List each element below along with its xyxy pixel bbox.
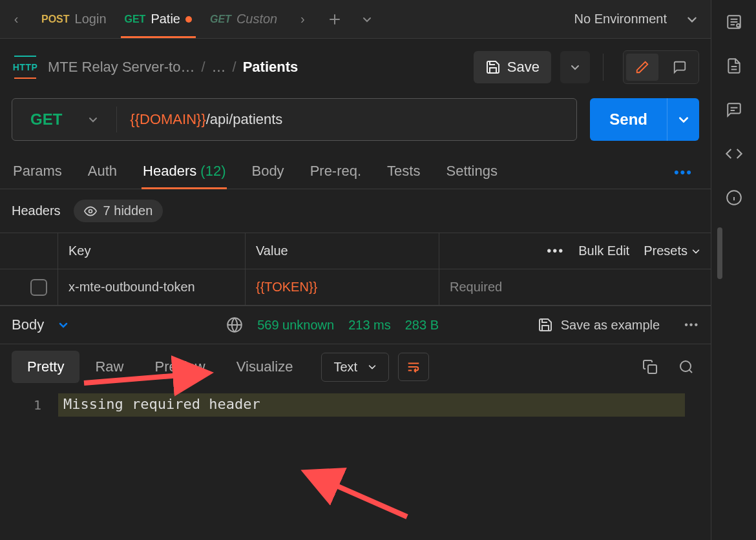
breadcrumb-sep: /: [201, 59, 205, 76]
tab-title: Patie: [151, 12, 180, 26]
comment-button[interactable]: [664, 54, 696, 81]
breadcrumb-current: Patients: [243, 59, 299, 76]
line-number: 1: [0, 393, 58, 417]
body-view-tabs: Pretty Raw Preview Visualize Text: [0, 344, 711, 389]
url-input[interactable]: {{DOMAIN}}/api/patients: [117, 111, 576, 128]
svg-line-5: [310, 474, 407, 517]
method-selector[interactable]: GET: [12, 110, 116, 129]
divider: [603, 54, 604, 81]
svg-point-7: [737, 24, 740, 27]
method-label: GET: [210, 14, 231, 25]
tab-prereq[interactable]: Pre-req.: [309, 156, 362, 189]
more-options-button[interactable]: •••: [674, 164, 699, 181]
save-example-label: Save as example: [561, 318, 660, 333]
method-label: GET: [125, 14, 146, 25]
header-key-input[interactable]: x-mte-outbound-token: [58, 269, 246, 305]
scrollbar[interactable]: [717, 227, 722, 279]
environment-selector[interactable]: No Environment: [562, 0, 711, 38]
url-variable: {{DOMAIN}}: [130, 111, 205, 127]
format-selector[interactable]: Text: [321, 353, 389, 382]
annotation-arrow-icon: [297, 465, 420, 523]
breadcrumb-sep: /: [233, 59, 236, 76]
url-row: GET {{DOMAIN}}/api/patients Send: [0, 89, 711, 150]
headers-subheader: Headers 7 hidden: [0, 189, 711, 233]
response-body-dropdown[interactable]: [58, 320, 68, 330]
tab-params[interactable]: Params: [12, 156, 63, 189]
body-tab-visualize[interactable]: Visualize: [221, 351, 309, 383]
response-text[interactable]: Missing required header: [58, 393, 685, 417]
save-button[interactable]: Save: [474, 51, 551, 83]
env-quicklook-icon[interactable]: [725, 13, 743, 31]
tabs-next-button[interactable]: ›: [286, 0, 319, 38]
send-dropdown[interactable]: [667, 98, 699, 141]
documentation-icon[interactable]: [725, 57, 743, 75]
row-options-button[interactable]: •••: [547, 244, 564, 258]
tab-auth[interactable]: Auth: [87, 156, 118, 189]
chevron-down-icon: [88, 114, 98, 125]
tab-settings[interactable]: Settings: [445, 156, 499, 189]
save-label: Save: [507, 59, 540, 76]
key-header: Key: [58, 233, 246, 269]
method-label: POST: [41, 14, 70, 25]
unsaved-dot-icon: [185, 16, 192, 23]
info-icon[interactable]: [725, 189, 743, 207]
url-path: /api/patients: [206, 111, 283, 127]
table-actions: ••• Bulk Edit Presets: [439, 233, 711, 269]
response-time: 213 ms: [348, 318, 391, 333]
svg-rect-2: [648, 365, 656, 373]
hidden-count: 7 hidden: [103, 203, 153, 218]
environment-label: No Environment: [574, 12, 667, 26]
tabs-menu-button[interactable]: [351, 0, 383, 38]
headers-count: (12): [200, 163, 226, 179]
tab-patients[interactable]: GET Patie: [116, 0, 201, 38]
tab-tests[interactable]: Tests: [386, 156, 421, 189]
breadcrumb-root: MTE Relay Server-to…: [48, 59, 194, 76]
save-as-example-button[interactable]: Save as example: [538, 317, 660, 333]
response-more-button[interactable]: •••: [684, 319, 699, 331]
breadcrumb[interactable]: MTE Relay Server-to… / … / Patients: [48, 59, 465, 76]
svg-point-0: [89, 209, 92, 213]
row-checkbox[interactable]: [30, 279, 47, 296]
row-checkbox-cell: [0, 269, 58, 305]
headers-title: Headers: [12, 203, 61, 218]
comments-icon[interactable]: [725, 101, 743, 119]
action-group: [623, 50, 699, 84]
tab-login[interactable]: POST Login: [32, 0, 116, 38]
response-body-label: Body: [12, 317, 44, 333]
tab-headers[interactable]: Headers (12): [142, 156, 227, 189]
edit-button[interactable]: [626, 54, 658, 81]
header-description-input[interactable]: Required: [439, 269, 711, 305]
wrap-lines-button[interactable]: [398, 353, 429, 381]
url-box: GET {{DOMAIN}}/api/patients: [12, 98, 577, 141]
http-icon: HTTP: [12, 57, 39, 77]
request-tabs: Params Auth Headers (12) Body Pre-req. T…: [0, 150, 711, 189]
tab-body[interactable]: Body: [250, 156, 285, 189]
hidden-headers-toggle[interactable]: 7 hidden: [74, 200, 163, 222]
new-tab-button[interactable]: [319, 0, 351, 38]
globe-icon[interactable]: [226, 317, 243, 333]
presets-button[interactable]: Presets: [644, 244, 700, 258]
value-header: Value: [246, 233, 439, 269]
headers-table: Key Value ••• Bulk Edit Presets x-mte-ou…: [0, 233, 711, 306]
tab-headers-label: Headers: [143, 163, 196, 179]
header-value-input[interactable]: {{TOKEN}}: [246, 269, 439, 305]
tab-custom[interactable]: GET Custon: [201, 0, 286, 38]
checkbox-column: [0, 233, 58, 269]
tabs-prev-button[interactable]: ‹: [0, 0, 32, 38]
body-tab-pretty[interactable]: Pretty: [12, 351, 79, 383]
copy-button[interactable]: [637, 354, 663, 380]
body-tab-preview[interactable]: Preview: [139, 351, 220, 383]
tab-title: Custon: [236, 12, 277, 26]
send-label: Send: [590, 110, 667, 129]
send-button[interactable]: Send: [590, 98, 699, 141]
format-label: Text: [333, 360, 357, 375]
breadcrumb-mid: …: [212, 59, 226, 76]
top-tabs-bar: ‹ POST Login GET Patie GET Custon › No E…: [0, 0, 711, 39]
body-tab-raw[interactable]: Raw: [79, 351, 139, 383]
bulk-edit-button[interactable]: Bulk Edit: [578, 244, 629, 258]
save-dropdown[interactable]: [560, 51, 590, 83]
code-icon[interactable]: [725, 145, 743, 163]
svg-point-3: [680, 361, 691, 371]
response-status-bar: Body 569 unknown 213 ms 283 B Save as ex…: [0, 306, 711, 344]
search-button[interactable]: [673, 354, 699, 380]
